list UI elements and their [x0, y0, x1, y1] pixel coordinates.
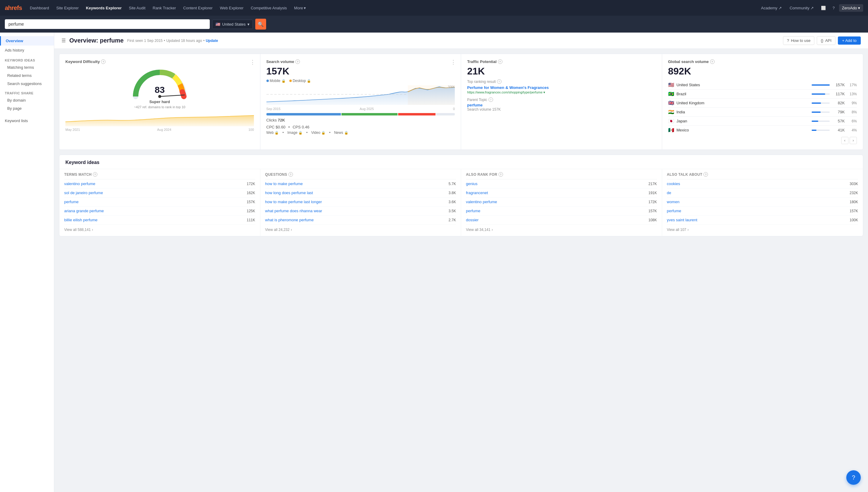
nav-help-icon[interactable]: ?: [830, 4, 837, 12]
nav-dashboard[interactable]: Dashboard: [27, 4, 52, 12]
brand-logo[interactable]: ahrefs: [5, 4, 22, 11]
tp-parent-help-icon[interactable]: ?: [489, 97, 493, 102]
country-bar-wrap: [812, 94, 830, 95]
add-to-button[interactable]: + Add to: [838, 36, 861, 45]
ki-col-help-icon-3[interactable]: ?: [704, 172, 708, 177]
api-button[interactable]: {} API: [817, 36, 836, 45]
ki-keyword-link-3-2[interactable]: women: [667, 200, 680, 204]
ki-keyword-link-1-3[interactable]: what perfume does rihanna wear: [265, 208, 322, 213]
gsv-prev-button[interactable]: ‹: [841, 137, 848, 144]
ki-keyword-link-2-4[interactable]: dossier: [466, 218, 479, 222]
mid-bar: [341, 113, 398, 116]
sv-stats: Clicks 72K: [266, 118, 455, 122]
country-bar-wrap: [812, 84, 830, 85]
kd-menu-icon[interactable]: ⋮: [250, 59, 255, 66]
ki-keyword-link-3-4[interactable]: yves saint laurent: [667, 218, 697, 222]
nav-more[interactable]: More ▾: [291, 4, 309, 12]
ki-view-all-0[interactable]: View all 588,141 ›: [64, 225, 255, 233]
ki-keyword-link-0-3[interactable]: ariana grande perfume: [64, 208, 104, 213]
tp-parent-topic-link[interactable]: perfume: [467, 103, 483, 107]
ki-vol-2-3: 157K: [648, 209, 657, 213]
ki-vol-1-2: 3.6K: [449, 200, 456, 204]
ki-keyword-link-2-0[interactable]: genius: [466, 181, 478, 186]
ki-view-all-3[interactable]: View all 107 ›: [667, 225, 858, 233]
ki-vol-1-0: 5.7K: [449, 182, 456, 186]
ki-keyword-link-3-0[interactable]: cookies: [667, 181, 680, 186]
ki-keyword-link-1-0[interactable]: how to make perfume: [265, 181, 303, 186]
sidebar-item-search-suggestions[interactable]: Search suggestions: [0, 80, 54, 88]
country-percentage: 13%: [847, 92, 857, 96]
sv-help-icon[interactable]: ?: [296, 59, 300, 64]
sidebar-item-related-terms[interactable]: Related terms: [0, 71, 54, 80]
nav-competitive-analysis[interactable]: Competitive Analysis: [248, 4, 290, 12]
sidebar-item-by-page[interactable]: By page: [0, 104, 54, 113]
sidebar-item-by-domain[interactable]: By domain: [0, 96, 54, 104]
menu-icon[interactable]: ☰: [61, 38, 66, 43]
ki-keyword-link-2-2[interactable]: valentino perfume: [466, 200, 497, 204]
help-fab[interactable]: ?: [846, 470, 861, 485]
ki-col-help-icon-1[interactable]: ?: [288, 172, 293, 177]
page-header: ☰ Overview: perfume First seen 1 Sep 201…: [54, 32, 868, 49]
country-name-label: United Kingdom: [676, 101, 810, 105]
kd-help-icon[interactable]: ?: [101, 59, 105, 64]
ki-col-help-icon-0[interactable]: ?: [93, 172, 97, 177]
ki-keyword-link-3-3[interactable]: perfume: [667, 208, 682, 213]
ki-keyword-link-1-1[interactable]: how long does perfume last: [265, 191, 313, 195]
sidebar-item-overview[interactable]: Overview: [0, 36, 54, 46]
tp-help-icon[interactable]: ?: [498, 59, 503, 64]
sidebar-item-matching-terms[interactable]: Matching terms: [0, 63, 54, 71]
news-lock-icon: 🔒: [344, 131, 349, 134]
sidebar-item-keyword-lists[interactable]: Keyword lists: [0, 116, 54, 125]
ki-keyword-link-2-1[interactable]: fragrancenet: [466, 191, 488, 195]
ki-vol-2-4: 108K: [648, 218, 657, 222]
sv-menu-icon[interactable]: ⋮: [451, 59, 456, 66]
ki-keyword-link-0-1[interactable]: sol de janeiro perfume: [64, 191, 103, 195]
nav-keywords-explorer[interactable]: Keywords Explorer: [83, 4, 125, 12]
how-to-use-button[interactable]: ? How to use: [783, 36, 814, 45]
country-percentage: 6%: [847, 119, 857, 123]
ki-view-all-2[interactable]: View all 34,141 ›: [466, 225, 657, 233]
search-input-wrap: [5, 19, 210, 29]
nav-web-explorer[interactable]: Web Explorer: [217, 4, 247, 12]
mobile-dot: [266, 80, 269, 82]
nav-rank-tracker[interactable]: Rank Tracker: [150, 4, 179, 12]
ki-keyword-link-0-4[interactable]: billie eilish perfume: [64, 218, 98, 222]
ki-keyword-link-3-1[interactable]: de: [667, 191, 671, 195]
tp-top-result-link[interactable]: Perfume for Women & Women's Fragrances: [467, 85, 549, 90]
ki-keyword-link-1-2[interactable]: how to make perfume last longer: [265, 200, 322, 204]
gsv-next-button[interactable]: ›: [850, 137, 857, 144]
ki-keyword-link-1-4[interactable]: what is pheromone perfume: [265, 218, 314, 222]
nav-monitor-icon[interactable]: ⬜: [819, 4, 828, 12]
nav-site-audit[interactable]: Site Audit: [126, 4, 149, 12]
nav-site-explorer[interactable]: Site Explorer: [53, 4, 82, 12]
main-layout: Overview Ads history Keyword ideas Match…: [0, 32, 868, 492]
nav-content-explorer[interactable]: Content Explorer: [180, 4, 216, 12]
ki-columns: Terms match ? valentino perfume 172K sol…: [59, 169, 863, 236]
sv-chart-meta: Sep 2015 Aug 2025 0: [266, 107, 455, 110]
ki-keyword-link-0-2[interactable]: perfume: [64, 200, 79, 204]
country-selector[interactable]: 🇺🇸 United States ▾: [212, 20, 253, 29]
nav-community[interactable]: Community ↗: [787, 4, 817, 12]
sidebar-item-ads-history[interactable]: Ads history: [0, 46, 54, 55]
nav-academy[interactable]: Academy ↗: [758, 4, 785, 12]
ki-view-all-1[interactable]: View all 24,232 ›: [265, 225, 456, 233]
ki-row-1-2: how to make perfume last longer 3.6K: [265, 197, 456, 206]
nav-user-menu[interactable]: ZeroAdo ▾: [839, 4, 863, 12]
ki-vol-1-1: 3.8K: [449, 191, 456, 195]
country-name-label: Brazil: [676, 92, 810, 96]
ki-col-header-1: Questions ?: [265, 172, 456, 179]
ki-keyword-link-2-3[interactable]: perfume: [466, 208, 480, 213]
search-input[interactable]: [5, 19, 210, 29]
ki-keyword-link-0-0[interactable]: valentino perfume: [64, 181, 95, 186]
ki-row-3-2: women 180K: [667, 197, 858, 206]
video-lock-icon: 🔒: [321, 131, 326, 134]
tp-top-result-help-icon[interactable]: ?: [497, 79, 502, 84]
kd-card-title: Keyword Difficulty ?: [66, 59, 254, 64]
gsv-help-icon[interactable]: ?: [710, 59, 715, 64]
ki-col-help-icon-2[interactable]: ?: [499, 172, 503, 177]
search-button[interactable]: 🔍: [255, 19, 266, 29]
country-name-label: United States: [676, 82, 810, 87]
ki-vol-0-2: 157K: [247, 200, 255, 204]
update-link[interactable]: Update: [206, 39, 218, 43]
gauge-svg: 83: [130, 66, 190, 99]
